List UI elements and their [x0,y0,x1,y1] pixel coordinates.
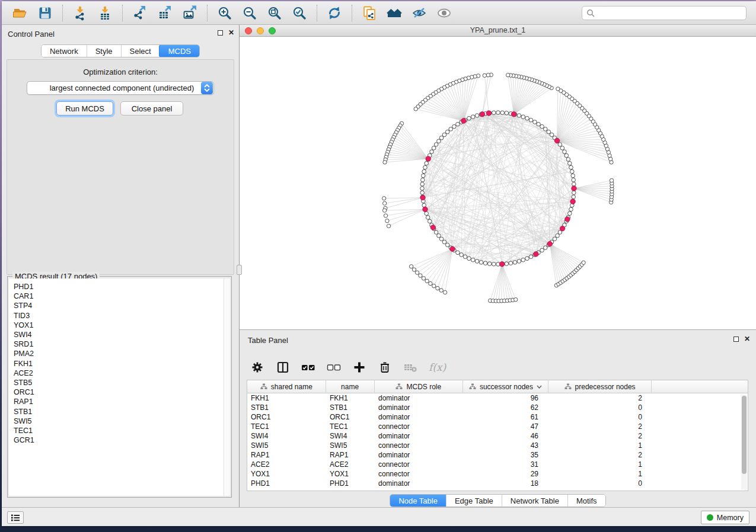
column-header-successor-nodes[interactable]: successor nodes [463,380,548,393]
open-file-icon[interactable] [11,4,29,22]
table-tab-network-table[interactable]: Network Table [502,495,567,507]
node-table[interactable]: shared namenameMCDS rolesuccessor nodesp… [247,380,748,491]
result-node-item[interactable]: GCR1 [9,435,224,445]
result-node-item[interactable]: TEC1 [9,426,224,435]
table-row[interactable]: STB1STB1dominator620 [247,403,748,412]
table-settings-icon[interactable] [250,360,264,374]
result-node-item[interactable]: SWI4 [9,330,224,339]
export-image-icon[interactable] [181,4,199,22]
show-columns-icon[interactable] [276,360,290,374]
splitter-grip[interactable] [237,265,242,275]
network-view-canvas[interactable] [240,37,756,329]
result-node-item[interactable]: YOX1 [9,321,224,330]
table-row[interactable]: TEC1TEC1connector472 [247,422,748,431]
table-row[interactable]: ACE2ACE2connector311 [247,460,748,469]
search-input[interactable] [598,9,742,17]
result-node-item[interactable]: RAP1 [9,397,224,406]
table-toolbar: f(x) [250,356,446,379]
export-table-icon[interactable] [156,4,174,22]
hide-details-icon[interactable] [410,4,428,22]
mcds-result-list[interactable]: PHD1CAR1STP4TID3YOX1SWI4SRD1PMA2FKH1ACE2… [9,278,224,496]
close-table-panel-icon[interactable]: ✕ [744,336,750,342]
mcds-panel: Optimization criterion: largest connecte… [7,59,234,275]
table-row[interactable]: YOX1YOX1connector291 [247,469,748,479]
result-node-item[interactable]: STB5 [9,378,224,387]
result-node-item[interactable]: SWI5 [9,416,224,426]
cell-name: PHD1 [326,479,375,488]
table-scrollbar[interactable] [741,395,747,490]
result-scrollbar[interactable] [224,278,230,496]
result-node-item[interactable]: STP4 [9,301,224,310]
cell-shared-name: ORC1 [247,412,326,422]
zoom-selected-icon[interactable] [291,4,308,22]
apply-layout-icon[interactable] [326,4,343,22]
cell-MCDS-role: dominator [375,479,464,488]
table-tab-edge-table[interactable]: Edge Table [446,495,502,507]
network-snapshot-icon[interactable] [361,4,378,22]
network-and-table-region: YPA_prune.txt_1 Table Panel ✕ [240,25,756,507]
close-panel-icon[interactable]: ✕ [228,30,234,36]
table-row[interactable]: PHD1PHD1dominator180 [247,479,748,488]
table-row[interactable]: RAP1RAP1dominator352 [247,450,748,460]
table-row[interactable]: SWI4SWI4dominator462 [247,431,748,441]
delete-column-icon[interactable] [378,360,392,374]
result-node-item[interactable]: SRD1 [9,339,224,349]
run-mcds-button[interactable]: Run MCDS [56,101,113,116]
show-details-icon[interactable] [435,4,453,22]
first-neighbors-icon[interactable] [385,4,403,22]
save-icon[interactable] [36,4,54,22]
zoom-in-icon[interactable] [216,4,234,22]
cell-name: ORC1 [326,412,375,422]
network-graph[interactable] [240,37,756,329]
import-network-icon[interactable] [71,4,89,22]
toolbar-separator [207,5,208,21]
tab-network[interactable]: Network [42,45,87,57]
table-row[interactable]: SWI5SWI5connector431 [247,441,748,450]
search-field[interactable] [582,6,747,20]
cell-MCDS-role: dominator [375,393,464,403]
tab-style[interactable]: Style [87,45,121,57]
cell-predecessor-nodes: 2 [549,393,653,403]
result-node-item[interactable]: TID3 [9,311,224,321]
toolbar-separator [62,5,63,21]
cell-successor-nodes: 46 [464,431,549,441]
window-close-icon[interactable] [245,27,252,34]
zoom-out-icon[interactable] [241,4,259,22]
memory-button[interactable]: Memory [701,511,749,524]
shared-column-icon [469,383,476,390]
result-node-item[interactable]: STB1 [9,407,224,416]
export-network-icon[interactable] [131,4,149,22]
tab-mcds[interactable]: MCDS [159,44,200,57]
table-row[interactable]: FKH1FKH1dominator962 [247,393,748,403]
add-column-icon[interactable] [352,360,366,374]
column-header-name[interactable]: name [326,380,375,393]
column-header-predecessor-nodes[interactable]: predecessor nodes [548,380,652,393]
close-panel-button[interactable]: Close panel [120,101,183,116]
select-all-icon[interactable] [301,360,315,374]
result-node-item[interactable]: ACE2 [9,368,224,378]
result-node-item[interactable]: PMA2 [9,349,224,358]
column-header-MCDS-role[interactable]: MCDS role [375,380,464,393]
table-header-row: shared namenameMCDS rolesuccessor nodesp… [247,380,748,393]
delete-table-icon-disabled [403,360,417,374]
column-header-shared-name[interactable]: shared name [247,380,326,393]
window-minimize-icon[interactable] [257,27,264,34]
result-node-item[interactable]: FKH1 [9,359,224,368]
result-node-item[interactable]: PHD1 [9,282,224,291]
result-node-item[interactable]: CAR1 [9,291,224,301]
zoom-fit-icon[interactable] [266,4,283,22]
optimization-criterion-dropdown[interactable]: largest connected component (undirected) [27,81,214,95]
table-tab-node-table[interactable]: Node Table [390,494,446,507]
network-window-titlebar[interactable]: YPA_prune.txt_1 [240,25,756,37]
window-maximize-icon[interactable] [269,27,276,34]
task-history-button[interactable] [7,511,24,524]
float-table-panel-icon[interactable] [733,336,739,342]
float-panel-icon[interactable] [218,30,223,36]
tab-select[interactable]: Select [121,45,160,57]
table-row[interactable]: ORC1ORC1dominator610 [247,412,748,422]
table-tab-motifs[interactable]: Motifs [567,495,605,507]
result-node-item[interactable]: ORC1 [9,387,224,397]
import-table-icon[interactable] [96,4,114,22]
cell-successor-nodes: 31 [464,460,549,469]
deselect-all-icon[interactable] [327,360,341,374]
